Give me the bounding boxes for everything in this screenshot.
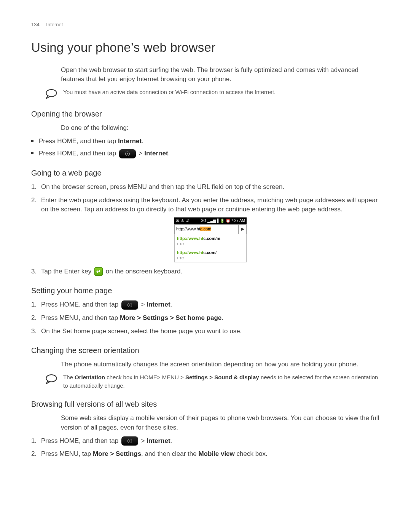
list-item: Enter the web page address using the key…: [31, 196, 380, 262]
heading-orientation: Changing the screen orientation: [31, 345, 380, 356]
title-rule: [31, 60, 380, 60]
list-item: Press MENU, and then tap More > Settings…: [31, 313, 380, 323]
tip-icon: [45, 373, 58, 385]
all-apps-icon: [121, 436, 138, 446]
note-text: You must have an active data connection …: [63, 88, 380, 96]
all-apps-icon: [119, 149, 136, 158]
opening-lead: Do one of the following:: [61, 123, 380, 133]
note-row: You must have an active data connection …: [45, 88, 380, 99]
svg-point-1: [46, 375, 56, 382]
suggestion-row: http://www.htc.com/m HTC: [174, 234, 247, 248]
svg-point-0: [46, 89, 56, 97]
orientation-paragraph: The phone automatically changes the scre…: [61, 360, 380, 369]
note-row: The Orientation check box in HOME> MENU …: [45, 373, 380, 390]
list-item: Press HOME, and then tap > Internet.: [31, 300, 380, 310]
status-right: 3G ▂▄▆ ▌🔋 ⏰ 7:37 AM: [201, 218, 245, 224]
tip-icon: [45, 88, 58, 99]
heading-going: Going to a web page: [31, 168, 380, 179]
opening-list: Press HOME, and then tap Internet. Press…: [31, 137, 380, 158]
going-list: On the browser screen, press MENU and th…: [31, 182, 380, 276]
list-item: Press MENU, tap More > Settings, and the…: [31, 449, 380, 459]
list-item: Press HOME, and then tap Internet.: [31, 137, 380, 146]
page-number: 134: [31, 22, 40, 27]
fullversion-paragraph: Some web sites display a mobile version …: [61, 414, 380, 432]
page: 134 Internet Using your phone’s web brow…: [0, 0, 411, 532]
list-item: On the browser screen, press MENU and th…: [31, 182, 380, 192]
section-name: Internet: [46, 22, 63, 27]
heading-fullversion: Browsing full versions of all web sites: [31, 399, 380, 410]
go-icon: ▶: [238, 225, 246, 234]
list-item: On the Set home page screen, select the …: [31, 327, 380, 336]
heading-opening: Opening the browser: [31, 109, 380, 120]
page-title: Using your phone’s web browser: [31, 38, 380, 57]
status-left-icons: ✉ ⚠ ⇵: [176, 218, 190, 224]
url-row: http://www.htc.com ▶: [174, 224, 247, 234]
url-field: http://www.htc.com: [175, 225, 238, 234]
list-item: Press HOME, and then tap > Internet.: [31, 149, 380, 158]
fullversion-list: Press HOME, and then tap > Internet. Pre…: [31, 436, 380, 459]
enter-key-icon: [94, 267, 103, 276]
note-text: The Orientation check box in HOME> MENU …: [63, 373, 380, 390]
page-header: 134 Internet: [31, 21, 380, 29]
all-apps-icon: [121, 300, 138, 310]
homepage-list: Press HOME, and then tap > Internet. Pre…: [31, 300, 380, 336]
list-item: Press HOME, and then tap > Internet.: [31, 436, 380, 446]
list-item: Tap the Enter key on the onscreen keyboa…: [31, 267, 380, 276]
status-bar: ✉ ⚠ ⇵ 3G ▂▄▆ ▌🔋 ⏰ 7:37 AM: [174, 217, 247, 224]
intro-paragraph: Open the web browser to start surfing th…: [61, 66, 380, 84]
url-screenshot: ✉ ⚠ ⇵ 3G ▂▄▆ ▌🔋 ⏰ 7:37 AM http://www.htc…: [174, 217, 247, 262]
suggestion-row: http://www.htc.com/ HTC: [174, 248, 247, 262]
heading-homepage: Setting your home page: [31, 285, 380, 296]
